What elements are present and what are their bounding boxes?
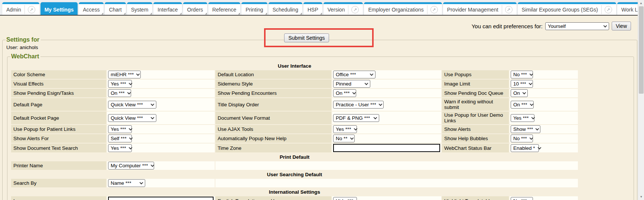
tab-reference[interactable]: Reference xyxy=(208,2,241,15)
tab-similar-exposure-groups-segs[interactable]: Similar Exposure Groups (SEGs)↗ xyxy=(518,2,616,15)
setting-label-show-help-bubbles: Show Help Bubbles xyxy=(442,134,509,143)
tab-divider xyxy=(427,5,427,14)
tab-chart[interactable]: Chart xyxy=(105,2,126,15)
show-pending-esign-tasks-select[interactable]: On *** xyxy=(108,89,131,97)
tab-hsp[interactable]: HSP xyxy=(303,2,322,15)
tab-divider xyxy=(348,5,348,14)
external-link-icon[interactable]: ↗ xyxy=(351,6,359,13)
scrollbar-thumb[interactable] xyxy=(639,6,644,94)
scroll-down-arrow-icon[interactable]: ▼ xyxy=(638,194,644,200)
chevron-down-icon xyxy=(537,146,541,149)
setting-label-show-alerts-for: Show Alerts For xyxy=(11,134,106,143)
highlight-translatable-select[interactable]: No *** xyxy=(511,197,533,200)
setting-label-use-popups: Use Popups xyxy=(442,70,509,79)
webchart-status-bar-select[interactable]: Enabled * xyxy=(511,144,539,152)
tab-system[interactable]: System xyxy=(127,2,153,15)
tab-access[interactable]: Access xyxy=(79,2,104,15)
tab-version[interactable]: Version↗ xyxy=(323,2,363,15)
submit-settings-button[interactable]: Submit Settings xyxy=(284,33,329,42)
setting-value-english-translations-on-hover: Hide *** xyxy=(332,196,441,200)
tab-employer-organizations[interactable]: Employer Organizations↗ xyxy=(364,2,442,15)
chevron-down-icon xyxy=(530,102,533,106)
settings-row: Show Pending Esign/TasksOn ***Show Pendi… xyxy=(11,89,578,97)
automatically-popup-new-help-select[interactable]: No ** xyxy=(333,135,355,142)
default-page-select[interactable]: Quick View *** xyxy=(108,101,156,109)
selected-value: Hide *** xyxy=(336,198,353,200)
webchart-fieldset: WebChart User InterfaceColor SchememiEHR… xyxy=(7,53,634,200)
selected-value: Name *** xyxy=(111,180,131,186)
use-ajax-tools-select[interactable]: Yes *** xyxy=(333,125,357,133)
setting-label-visual-effects: Visual Effects xyxy=(11,80,106,88)
external-link-icon[interactable]: ↗ xyxy=(430,6,438,13)
selected-value: Show *** xyxy=(513,126,533,132)
content-area: You can edit preferences for: Yourself V… xyxy=(0,16,638,200)
setting-label-sidemenu-style: Sidemenu Style xyxy=(215,80,331,88)
chevron-down-icon xyxy=(129,146,132,149)
default-pocket-page-select[interactable]: Quick View *** xyxy=(108,114,156,122)
dropdown-corner-icon xyxy=(320,13,322,14)
tab-admin[interactable]: Admin↗ xyxy=(2,2,39,15)
title-display-order-select[interactable]: Practice - User *** xyxy=(333,101,384,109)
vertical-scrollbar[interactable]: ▲ ▼ xyxy=(638,0,644,200)
default-location-select[interactable]: Office *** xyxy=(333,71,375,78)
setting-value-sidemenu-style: Pinned xyxy=(332,80,441,88)
time-zone-input[interactable] xyxy=(333,144,440,152)
sidemenu-style-select[interactable]: Pinned xyxy=(333,80,370,88)
use-popup-for-patient-links-select[interactable]: Yes *** xyxy=(108,125,132,133)
setting-value-use-ajax-tools: Yes *** xyxy=(332,125,441,133)
chevron-down-icon xyxy=(140,181,143,184)
section-header-print-default: Print Default xyxy=(11,153,578,161)
use-popup-for-user-demo-links-select[interactable]: Yes *** xyxy=(511,114,534,122)
external-link-icon[interactable]: ↗ xyxy=(505,6,513,13)
empty-value-cell xyxy=(215,179,578,187)
tab-printing[interactable]: Printing xyxy=(241,2,267,15)
show-document-text-search-select[interactable]: Yes *** xyxy=(108,144,132,152)
show-help-bubbles-select[interactable]: No *** xyxy=(511,135,533,142)
external-link-icon[interactable]: ↗ xyxy=(605,6,612,13)
show-pending-doc-queue-select[interactable]: On xyxy=(511,89,528,97)
show-alerts-for-select[interactable]: Self *** xyxy=(108,135,132,142)
setting-value-use-popup-for-patient-links: Yes *** xyxy=(107,125,215,133)
search-by-select[interactable]: Name *** xyxy=(108,179,145,187)
visual-effects-select[interactable]: Yes *** xyxy=(108,80,132,88)
document-view-format-select[interactable]: PDF & PNG *** xyxy=(333,114,379,122)
scroll-up-arrow-icon[interactable]: ▲ xyxy=(638,0,644,6)
tab-orders[interactable]: Orders xyxy=(183,2,207,15)
selected-value: Yes *** xyxy=(111,126,126,132)
image-limit-select[interactable]: 10 *** xyxy=(511,80,533,88)
tab-my-settings[interactable]: My Settings xyxy=(40,2,78,15)
printer-name-select[interactable]: My Computer *** xyxy=(108,162,154,170)
tab-interface[interactable]: Interface xyxy=(153,2,182,15)
tab-label: Access xyxy=(83,7,100,13)
dropdown-corner-icon xyxy=(265,13,267,14)
tab-label: Scheduling xyxy=(273,7,298,13)
tab-provider-management[interactable]: Provider Management↗ xyxy=(443,2,517,15)
tab-scheduling[interactable]: Scheduling xyxy=(269,2,302,15)
tab-label: Reference xyxy=(212,7,237,13)
setting-value-default-pocket-page: Quick View *** xyxy=(107,112,215,124)
setting-value-visual-effects: Yes *** xyxy=(107,80,215,88)
use-popups-select[interactable]: No *** xyxy=(511,71,533,78)
chevron-down-icon xyxy=(136,72,140,76)
show-alerts-select[interactable]: Show *** xyxy=(511,125,540,133)
selected-value: No *** xyxy=(513,198,527,200)
warn-if-exiting-without-submit-select[interactable]: On *** xyxy=(511,101,534,109)
dropdown-corner-icon xyxy=(238,13,240,14)
external-link-icon[interactable]: ↗ xyxy=(28,6,35,13)
setting-label-use-ajax-tools: Use AJAX Tools xyxy=(215,125,331,133)
english-translations-on-hover-select[interactable]: Hide *** xyxy=(333,197,357,200)
chevron-down-icon xyxy=(536,127,539,130)
selected-value: Yes *** xyxy=(336,126,351,132)
language-input[interactable] xyxy=(108,197,214,200)
color-scheme-select[interactable]: miEHR *** xyxy=(108,71,141,78)
setting-value-automatically-popup-new-help: No ** xyxy=(332,134,441,143)
setting-value-show-pending-esign-tasks: On *** xyxy=(107,89,215,97)
chevron-down-icon xyxy=(531,116,535,119)
settings-row: Show Alerts ForSelf ***Automatically Pop… xyxy=(11,134,578,143)
tab-label: System xyxy=(131,7,149,13)
selected-value: On *** xyxy=(111,90,125,96)
chevron-down-icon xyxy=(352,91,356,94)
show-pending-encounters-select[interactable]: On *** xyxy=(333,89,356,97)
dropdown-corner-icon xyxy=(124,13,126,14)
chevron-down-icon xyxy=(150,163,154,167)
